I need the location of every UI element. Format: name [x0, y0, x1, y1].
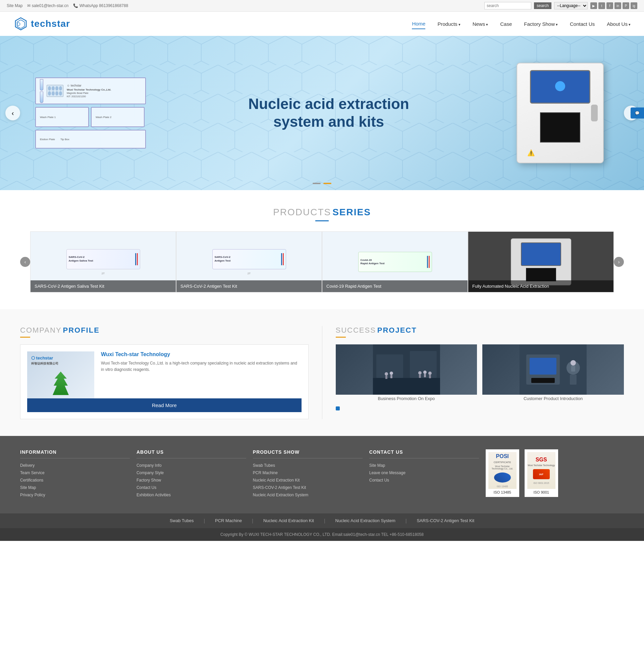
footer-col-title-products-show: PRODUCTS SHOW: [253, 450, 363, 458]
footer-link-contact-site-map[interactable]: Site Map: [369, 463, 479, 468]
footer-link-contact-us[interactable]: Contact Us: [136, 485, 246, 490]
hero-dot-2[interactable]: [323, 183, 331, 184]
well-5: [48, 91, 51, 96]
cert-card-iso9001: SGS Wuxi Techstar Technology IAF ISO 900…: [525, 450, 558, 497]
logo-text: techstar: [31, 18, 70, 29]
products-prev-btn[interactable]: ‹: [20, 257, 30, 267]
footer-bottom-nucleic-acid-system[interactable]: Nucleic Acid Extraction System: [336, 518, 395, 523]
large-kit-box-3: Wash Plate 2: [91, 107, 145, 127]
products-next-btn[interactable]: ›: [614, 257, 624, 267]
nav-news[interactable]: News: [473, 19, 488, 29]
search-input[interactable]: [484, 2, 531, 9]
logo[interactable]: ⬡ techstar: [13, 16, 70, 31]
search-button[interactable]: search: [534, 2, 551, 9]
footer-link-nucleic-acid-kit[interactable]: Nucleic Acid Extraction Kit: [253, 478, 363, 483]
footer-bottom-nucleic-acid-kit[interactable]: Nucleic Acid Extraction Kit: [263, 518, 314, 523]
success-dot-1[interactable]: [336, 406, 340, 411]
kit-box-row-2: Wash Plate 1 Wash Plate 2: [35, 107, 146, 127]
footer-link-delivery[interactable]: Delivery: [20, 463, 130, 468]
nav-about-us[interactable]: About Us: [607, 19, 631, 29]
instagram-icon[interactable]: ig: [631, 2, 637, 9]
footer-link-certifications[interactable]: Certifications: [20, 478, 130, 483]
footer-link-factory-show[interactable]: Factory Show: [136, 478, 246, 483]
svg-rect-12: [390, 375, 392, 378]
language-select[interactable]: --Language-- English Chinese: [554, 2, 588, 9]
facebook-icon[interactable]: f: [606, 2, 613, 9]
kit-tube-1: [40, 79, 43, 91]
well-7: [55, 91, 58, 96]
product-card-2[interactable]: SARS-CoV-2Antigen Test 2T SARS-CoV-2 Ant…: [176, 231, 322, 292]
footer-bottom-pcr-machine[interactable]: PCR Machine: [215, 518, 242, 523]
svg-rect-7: [376, 354, 403, 378]
well-2: [52, 86, 55, 91]
strip-lines-3: [387, 256, 430, 268]
site-map-link[interactable]: Site Map: [7, 3, 23, 8]
cert-img-iso9001: SGS Wuxi Techstar Technology IAF ISO 900…: [527, 452, 555, 489]
nav-case[interactable]: Case: [500, 19, 512, 29]
footer-col-contact-us: CONTACT US Site Map Leave one Message Co…: [369, 450, 486, 500]
machine-screen-indicator: [555, 81, 565, 91]
kit-box-tubes: [40, 79, 43, 103]
nav-contact-us[interactable]: Contact Us: [570, 19, 595, 29]
company-plant-decoration: [51, 372, 71, 395]
strip-count-1: 2T: [102, 272, 105, 275]
success-img-placeholder-1: [336, 344, 477, 395]
footer-link-contact[interactable]: Contact Us: [369, 478, 479, 483]
footer-bottom-swab-tubes[interactable]: Swab Tubes: [170, 518, 194, 523]
footer-link-company-style[interactable]: Company Style: [136, 470, 246, 475]
nav-factory-show[interactable]: Factory Show: [524, 19, 558, 29]
company-img-placeholder: ⬡ techstar科智达科技有限公司: [27, 351, 94, 398]
hero-dot-1[interactable]: [313, 183, 321, 184]
success-img-placeholder-2: [482, 344, 624, 395]
test-strip-2: SARS-CoV-2Antigen Test: [212, 249, 286, 269]
company-name-link[interactable]: Wuxi Tech-star Technology: [101, 351, 302, 358]
footer-link-exhibition-activities[interactable]: Exhibition Activities: [136, 493, 246, 497]
whatsapp-link[interactable]: 📞 WhatsApp 8613961868788: [73, 3, 128, 8]
pinterest-icon[interactable]: P: [622, 2, 629, 9]
product-card-1[interactable]: SARS-CoV-2Antigen Saliva Test 2T SARS-Co…: [30, 231, 176, 292]
svg-text:⬡: ⬡: [17, 22, 21, 26]
footer-link-pcr-machine[interactable]: PCR Machine: [253, 470, 363, 475]
two-col-section: COMPANY PROFILE ⬡ techstar科智达科技有限公司 Wuxi…: [0, 309, 644, 436]
footer-link-site-map[interactable]: Site Map: [20, 485, 130, 490]
strip-lines-2: [233, 253, 284, 265]
products-section: PRODUCTS SERIES ‹ SARS-CoV-2Antigen Sali…: [0, 190, 644, 309]
footer-certs: POSI CERTIFICATE Wuxi Techstar Technolog…: [486, 450, 617, 497]
linkedin-icon[interactable]: in: [615, 2, 621, 9]
products-section-title: PRODUCTS SERIES: [20, 207, 624, 221]
product-card-3[interactable]: Covid-19Rapid Antigen Test Covid-19 Rapi…: [322, 231, 468, 292]
chat-button[interactable]: 💬: [631, 108, 644, 119]
products-title-bold: SERIES: [332, 207, 371, 217]
cert-sgs-text: Wuxi Techstar Technology: [528, 464, 555, 467]
company-box: ⬡ techstar科智达科技有限公司 Wuxi Tech-star Techn…: [20, 344, 308, 419]
footer-link-company-info[interactable]: Company Info: [136, 463, 246, 468]
products-carousel: ‹ SARS-CoV-2Antigen Saliva Test 2T: [20, 231, 624, 292]
youtube-icon[interactable]: ▶: [590, 2, 597, 9]
footer-link-swab-tubes[interactable]: Swab Tubes: [253, 463, 363, 468]
hero-title-text: Nucleic acid extraction system and kits: [154, 95, 503, 131]
svg-point-15: [423, 371, 426, 374]
hero-prev-btn[interactable]: ‹: [5, 106, 20, 120]
twitter-icon[interactable]: t: [599, 2, 605, 9]
cert-posi-company: Wuxi Techstar Technology Co., Ltd.: [488, 465, 516, 470]
email-link[interactable]: ✉ sale01@tech-star.cn: [27, 3, 68, 8]
strip-text-1: SARS-CoV-2Antigen Saliva Test: [69, 256, 93, 263]
footer-link-nucleic-acid-system[interactable]: Nucleic Acid Extraction System: [253, 493, 363, 497]
well-6: [52, 91, 55, 96]
cert-logo-posi: POSI: [496, 453, 509, 459]
footer-bottom-sep-4: |: [406, 518, 407, 523]
footer-link-team-service[interactable]: Team Service: [20, 470, 130, 475]
footer-link-leave-message[interactable]: Leave one Message: [369, 470, 479, 475]
main-nav: Home Products News Case Factory Show Con…: [412, 19, 631, 29]
nav-products[interactable]: Products: [437, 19, 460, 29]
footer-bottom-sars-test-kit[interactable]: SARS-COV-2 Antigen Test Kit: [417, 518, 474, 523]
nav-home[interactable]: Home: [412, 19, 425, 29]
product-card-4[interactable]: Fully Automated Nucleic Acid Extraction: [468, 231, 614, 292]
footer-link-sars-cov2-test-kit[interactable]: SARS-COV-2 Antigen Test Kit: [253, 485, 363, 490]
products-title-underline: [315, 220, 329, 221]
read-more-button[interactable]: Read More: [27, 398, 302, 412]
well-3: [55, 86, 58, 91]
footer-link-privacy-policy[interactable]: Privacy Policy: [20, 493, 130, 497]
svg-rect-22: [531, 378, 555, 383]
company-text-area: Wuxi Tech-star Technology Wuxi Tech-star…: [101, 351, 302, 398]
